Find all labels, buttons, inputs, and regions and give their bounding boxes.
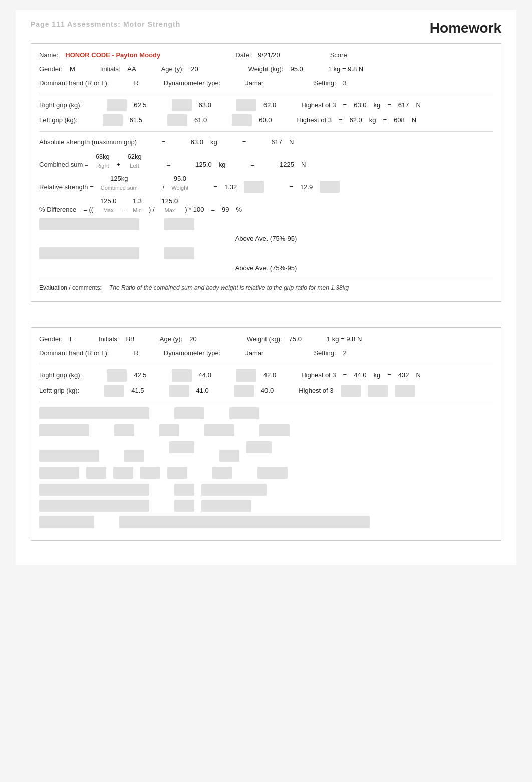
gender-value: M (70, 64, 75, 75)
left-grip-highest-label: Highest of 3 (297, 115, 332, 126)
score-label: Score: (330, 50, 349, 61)
combined-n: 1225 (280, 159, 294, 170)
diff-div: ) / (149, 204, 155, 215)
right-grip-highest-label: Highest of 3 (301, 100, 336, 111)
relative-eq: = (213, 182, 217, 193)
s2-gender-label: Gender: (39, 334, 63, 345)
combined-right: 63kg (96, 151, 110, 162)
initials-label: Initials: (100, 64, 120, 75)
dominant-value: R (134, 78, 138, 89)
combined-plus: + (117, 159, 121, 170)
right-grip-label: Right grip (kg): (39, 100, 82, 111)
right-grip-kg: kg (373, 100, 380, 111)
right-grip-n-label: N (416, 100, 421, 111)
right-grip-highest-eq: = (343, 100, 347, 111)
combined-right-stack: 63kg Right (96, 151, 110, 171)
s2-right-grip-label: Right grip (kg): (39, 370, 82, 381)
dominant-row: Dominant hand (R or L): R Dynamometer ty… (39, 78, 493, 89)
date-value: 9/21/20 (258, 50, 280, 61)
s2-weight-label: Weight (kg): (247, 334, 282, 345)
s2-left-grip-label: Leftt grip (kg): (39, 385, 79, 396)
s2-blurred-row3 (39, 441, 493, 462)
abs-strength-label: Absolute strength (maximum grip) (39, 137, 137, 148)
s2-gender-value: F (70, 334, 74, 345)
relative-eq2: = (289, 182, 293, 193)
relative-label: Relative strength = (39, 182, 94, 193)
page-header: Page 111 Assessments: Motor Strength Hom… (31, 20, 501, 36)
above-ave2: Above Ave. (75%-95) (235, 263, 297, 274)
homework-label: Homework (430, 20, 501, 36)
above-ave1: Above Ave. (75%-95) (235, 233, 297, 244)
s2-initials-label: Initials: (99, 334, 119, 345)
left-grip-eq2: = (383, 115, 387, 126)
s2-right-grip-row: Right grip (kg): 42.5 44.0 42.0 Highest … (39, 369, 493, 381)
right-grip-blank1 (107, 99, 127, 111)
right-grip-highest-val: 63.0 (354, 100, 366, 111)
relative-weight-stack: 95.0 Weight (171, 173, 188, 193)
dynamo-label: Dynamometer type: (164, 78, 220, 89)
s2-left-grip-blank3 (234, 385, 254, 397)
diff-result: 99 (222, 204, 229, 215)
diff-percent: % (236, 204, 242, 215)
s2-left-grip-blank5 (368, 385, 388, 397)
dominant-label: Dominant hand (R or L): (39, 78, 109, 89)
s2-right-grip-blank1 (107, 369, 127, 381)
date-label: Date: (235, 50, 251, 61)
name-value: HONOR CODE - Payton Moody (65, 50, 160, 61)
s2-left-grip-t3: 40.0 (261, 385, 274, 396)
left-grip-kg: kg (369, 115, 376, 126)
diff-maxval-sub: Max (164, 206, 175, 215)
s2-eval-row (39, 516, 493, 528)
s2-weight-value: 75.0 (289, 334, 302, 345)
relative-weight: 95.0 (174, 173, 186, 184)
diff-maxval: 125.0 (162, 196, 178, 207)
s2-right-grip-blank2 (172, 369, 192, 381)
combined-left-sub: Left (130, 161, 139, 171)
relative-strength-row: Relative strength = 125kg Combined sum /… (39, 173, 493, 193)
eval-label: Evaluation / comments: (39, 284, 109, 291)
combined-val: 125.0 (195, 159, 212, 170)
setting-value: 3 (343, 78, 347, 89)
left-grip-label: Left grip (kg): (39, 115, 78, 126)
left-grip-row: Left grip (kg): 61.5 61.0 60.0 Highest o… (39, 114, 493, 126)
s2-dominant-value: R (134, 348, 138, 359)
s2-left-grip-t1: 41.5 (131, 385, 144, 396)
diff-mult: ) * 100 (185, 204, 204, 215)
eval-row: Evaluation / comments: The Ratio of the … (39, 284, 493, 291)
eval-text: The Ratio of the combined sum and body w… (109, 284, 349, 291)
s2-right-grip-t3: 42.0 (263, 370, 276, 381)
gender-label: Gender: (39, 64, 63, 75)
relative-final: 12.9 (300, 182, 313, 193)
right-grip-row: Right grip (kg): 62.5 63.0 62.0 Highest … (39, 99, 493, 111)
relative-val: 125kg (110, 173, 128, 184)
diff-eq2: = (211, 204, 215, 215)
right-grip-blank3 (236, 99, 256, 111)
s2-age-label: Age (y): (160, 334, 183, 345)
section-spacer (31, 311, 501, 323)
initials-value: AA (127, 64, 136, 75)
s2-left-grip-highest-label: Highest of 3 (299, 385, 333, 396)
left-grip-blank2 (167, 114, 187, 126)
abs-val: 63.0 (191, 137, 203, 148)
s2-gender-row: Gender: F Initials: BB Age (y): 20 Weigh… (39, 334, 493, 345)
blurred-label2 (39, 247, 139, 259)
age-label: Age (y): (161, 64, 184, 75)
diff-label: % Difference (39, 204, 76, 215)
diff-row: % Difference = (( 125.0 Max - 1.3 Min ) … (39, 196, 493, 215)
diff-min-sub: Min (133, 206, 142, 215)
relative-weight-sub: Weight (171, 183, 188, 193)
left-grip-blank1 (103, 114, 123, 126)
blurred-val2 (164, 247, 194, 259)
page-title-blurred: Page 111 Assessments: Motor Strength (31, 20, 180, 28)
gender-row: Gender: M Initials: AA Age (y): 20 Weigh… (39, 64, 493, 75)
combined-left-stack: 62kg Left (127, 151, 141, 171)
s2-blurred-row2 (39, 424, 493, 436)
combined-right-sub: Right (96, 161, 109, 171)
name-row: Name: HONOR CODE - Payton Moody Date: 9/… (39, 50, 493, 61)
left-grip-t1: 61.5 (130, 115, 142, 126)
left-grip-blank3 (232, 114, 252, 126)
right-grip-t1: 62.5 (134, 100, 146, 111)
relative-val-stack: 125kg Combined sum (101, 173, 138, 193)
left-grip-n-label: N (412, 115, 416, 126)
combined-eq: = (167, 159, 171, 170)
